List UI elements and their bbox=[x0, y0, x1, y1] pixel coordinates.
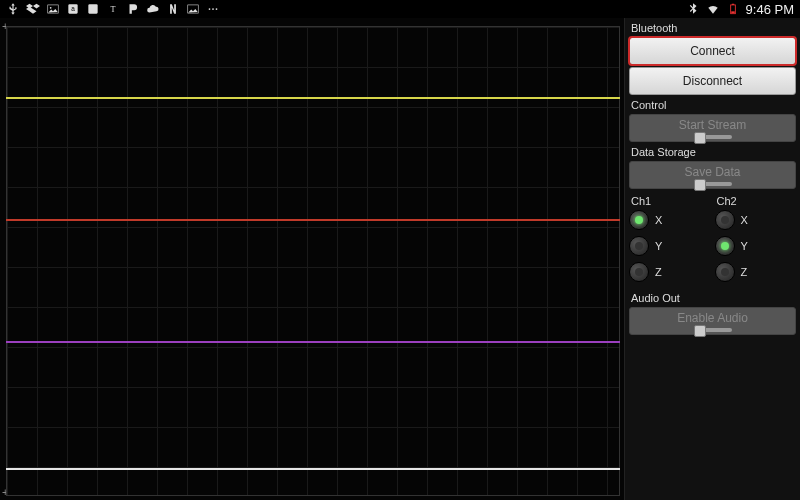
app-icon-1 bbox=[86, 2, 100, 16]
ch2-header: Ch2 bbox=[715, 195, 797, 207]
ch1-z-radio[interactable] bbox=[629, 262, 649, 282]
ch2-z-label: Z bbox=[741, 266, 748, 278]
ch1-y-label: Y bbox=[655, 240, 662, 252]
connect-button[interactable]: Connect bbox=[629, 37, 796, 65]
disconnect-button[interactable]: Disconnect bbox=[629, 67, 796, 95]
picture-icon bbox=[46, 2, 60, 16]
status-bar: a T 9:46 PM bbox=[0, 0, 800, 18]
trace-4 bbox=[6, 468, 620, 470]
storage-label: Data Storage bbox=[629, 144, 796, 159]
netflix-icon bbox=[166, 2, 180, 16]
bluetooth-icon bbox=[686, 2, 700, 16]
start-stream-label: Start Stream bbox=[679, 118, 746, 132]
ch2-z-radio[interactable] bbox=[715, 262, 735, 282]
ch1-x-label: X bbox=[655, 214, 662, 226]
save-slider bbox=[694, 182, 732, 186]
pandora-icon bbox=[126, 2, 140, 16]
ch1-y-radio[interactable] bbox=[629, 236, 649, 256]
ch1-z-label: Z bbox=[655, 266, 662, 278]
cloud-icon bbox=[146, 2, 160, 16]
clock: 9:46 PM bbox=[746, 2, 794, 17]
ch1-header: Ch1 bbox=[629, 195, 711, 207]
svg-text:T: T bbox=[111, 5, 116, 14]
save-data-button[interactable]: Save Data bbox=[629, 161, 796, 189]
battery-icon bbox=[726, 2, 740, 16]
svg-point-7 bbox=[209, 8, 211, 10]
notification-icons: a T bbox=[6, 2, 220, 16]
trace-1 bbox=[6, 97, 620, 99]
ch1-x-radio[interactable] bbox=[629, 210, 649, 230]
ch2-x-radio[interactable] bbox=[715, 210, 735, 230]
trace-2 bbox=[6, 219, 620, 221]
svg-text:a: a bbox=[71, 5, 75, 12]
audio-label: Audio Out bbox=[629, 290, 796, 305]
svg-point-9 bbox=[216, 8, 218, 10]
bluetooth-label: Bluetooth bbox=[629, 20, 796, 35]
ch2-y-label: Y bbox=[741, 240, 748, 252]
control-panel: Bluetooth Connect Disconnect Control Sta… bbox=[625, 18, 800, 500]
svg-rect-12 bbox=[731, 11, 735, 13]
stream-slider bbox=[694, 135, 732, 139]
save-data-label: Save Data bbox=[684, 165, 740, 179]
audio-slider bbox=[694, 328, 732, 332]
dropbox-icon bbox=[26, 2, 40, 16]
picture-icon-2 bbox=[186, 2, 200, 16]
wifi-icon bbox=[706, 2, 720, 16]
usb-icon bbox=[6, 2, 20, 16]
enable-audio-label: Enable Audio bbox=[677, 311, 748, 325]
control-label: Control bbox=[629, 97, 796, 112]
trace-3 bbox=[6, 341, 620, 343]
svg-point-8 bbox=[212, 8, 214, 10]
nyt-icon: T bbox=[106, 2, 120, 16]
signal-plot: + + bbox=[0, 18, 625, 500]
svg-rect-11 bbox=[731, 4, 733, 5]
svg-rect-4 bbox=[88, 4, 97, 13]
enable-audio-button[interactable]: Enable Audio bbox=[629, 307, 796, 335]
start-stream-button[interactable]: Start Stream bbox=[629, 114, 796, 142]
ch2-x-label: X bbox=[741, 214, 748, 226]
menu-icon bbox=[206, 2, 220, 16]
svg-point-1 bbox=[50, 7, 52, 9]
ch2-y-radio[interactable] bbox=[715, 236, 735, 256]
amazon-icon: a bbox=[66, 2, 80, 16]
